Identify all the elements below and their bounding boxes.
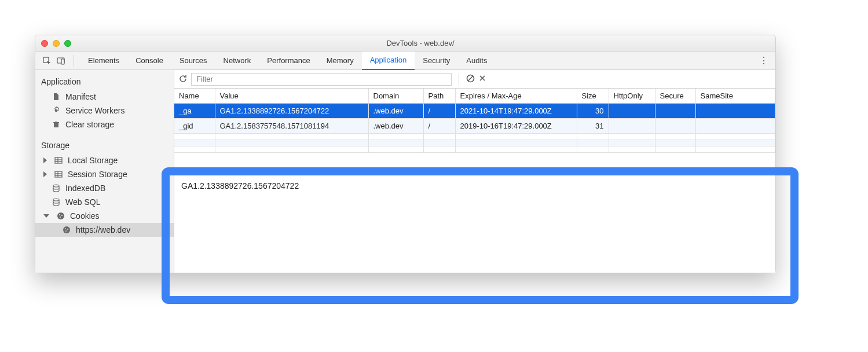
table-icon — [54, 170, 63, 179]
col-secure[interactable]: Secure — [655, 89, 695, 104]
toggle-device-icon[interactable] — [54, 54, 68, 68]
cell-expires: 2021-10-14T19:47:29.000Z — [455, 104, 577, 119]
svg-point-19 — [65, 228, 66, 229]
disclosure-icon — [43, 171, 47, 177]
refresh-icon[interactable] — [179, 74, 188, 85]
table-icon — [54, 156, 63, 165]
col-httponly[interactable]: HttpOnly — [609, 89, 655, 104]
minimize-window-button[interactable] — [53, 40, 60, 47]
col-value[interactable]: Value — [215, 89, 368, 104]
tab-audits[interactable]: Audits — [458, 52, 495, 70]
titlebar: DevTools - web.dev/ — [35, 35, 775, 52]
svg-point-21 — [65, 230, 67, 232]
traffic-lights — [41, 40, 71, 47]
tab-performance[interactable]: Performance — [259, 52, 318, 70]
sidebar-item-label: IndexedDB — [65, 184, 105, 193]
cell-httponly — [609, 119, 655, 134]
devtools-window: DevTools - web.dev/ Elements Console Sou… — [35, 35, 776, 273]
database-icon — [52, 197, 61, 207]
svg-point-13 — [53, 199, 59, 201]
tab-security[interactable]: Security — [415, 52, 458, 70]
tab-application[interactable]: Application — [362, 52, 415, 70]
table-row[interactable]: _ga GA1.2.1338892726.1567204722 .web.dev… — [174, 104, 775, 119]
sidebar-item-websql[interactable]: Web SQL — [35, 195, 174, 209]
tab-label: Network — [224, 56, 251, 65]
table-row[interactable] — [174, 140, 775, 146]
filter-wrap — [191, 73, 452, 86]
cell-size: 31 — [577, 119, 609, 134]
col-path[interactable]: Path — [423, 89, 455, 104]
cell-name: _gid — [174, 119, 215, 134]
sidebar-item-manifest[interactable]: Manifest — [35, 90, 174, 104]
cookies-table: Name Value Domain Path Expires / Max-Age… — [174, 89, 775, 175]
tab-label: Elements — [88, 56, 119, 65]
sidebar-item-service-workers[interactable]: Service Workers — [35, 104, 174, 118]
col-name[interactable]: Name — [174, 89, 215, 104]
tab-label: Memory — [327, 56, 354, 65]
preview-text: GA1.2.1338892726.1567204722 — [181, 181, 299, 190]
disclosure-icon — [43, 214, 49, 218]
clear-all-icon[interactable] — [466, 74, 475, 85]
col-size[interactable]: Size — [577, 89, 609, 104]
cell-domain: .web.dev — [368, 104, 423, 119]
cell-samesite — [695, 119, 775, 134]
cookies-toolbar — [174, 70, 775, 89]
cell-path: / — [423, 104, 455, 119]
main-panel: Name Value Domain Path Expires / Max-Age… — [174, 70, 775, 273]
tab-label: Sources — [180, 56, 207, 65]
svg-rect-4 — [55, 157, 62, 163]
devtools-tabbar: Elements Console Sources Network Perform… — [35, 52, 775, 70]
col-expires[interactable]: Expires / Max-Age — [455, 89, 577, 104]
table-row[interactable] — [174, 146, 775, 153]
sidebar-item-label: Session Storage — [68, 170, 127, 179]
sidebar-item-label: Clear storage — [65, 120, 114, 129]
svg-point-20 — [67, 229, 68, 230]
delete-selected-icon[interactable] — [478, 74, 486, 84]
sidebar-item-indexeddb[interactable]: IndexedDB — [35, 181, 174, 195]
tab-network[interactable]: Network — [215, 52, 259, 70]
svg-point-15 — [59, 214, 60, 215]
sidebar-item-label: Local Storage — [68, 156, 118, 165]
database-icon — [52, 184, 61, 193]
more-menu-icon[interactable]: ⋮ — [757, 55, 771, 66]
svg-point-17 — [60, 217, 61, 218]
sidebar-item-label: https://web.dev — [76, 225, 130, 234]
tab-sources[interactable]: Sources — [171, 52, 215, 70]
tab-console[interactable]: Console — [127, 52, 171, 70]
tab-elements[interactable]: Elements — [80, 52, 127, 70]
cell-domain: .web.dev — [368, 119, 423, 134]
svg-point-14 — [57, 212, 64, 219]
cookie-value-preview: GA1.2.1338892726.1567204722 — [174, 175, 775, 273]
cell-samesite — [695, 104, 775, 119]
col-domain[interactable]: Domain — [368, 89, 423, 104]
table-row[interactable]: _gid GA1.2.1583757548.1571081194 .web.de… — [174, 119, 775, 134]
cell-name: _ga — [174, 104, 215, 119]
col-samesite[interactable]: SameSite — [695, 89, 775, 104]
svg-point-16 — [61, 215, 63, 216]
table-row[interactable] — [174, 134, 775, 140]
file-icon — [52, 92, 61, 101]
sidebar-item-label: Manifest — [65, 92, 96, 101]
sidebar-item-cookie-origin[interactable]: https://web.dev — [35, 223, 174, 237]
filter-input[interactable] — [191, 73, 452, 86]
cell-secure — [655, 104, 695, 119]
sidebar-item-cookies[interactable]: Cookies — [35, 209, 174, 223]
cookie-icon — [56, 211, 65, 221]
inspect-element-icon[interactable] — [40, 54, 54, 68]
sidebar-item-local-storage[interactable]: Local Storage — [35, 153, 174, 167]
trash-icon — [52, 120, 61, 129]
close-window-button[interactable] — [41, 40, 48, 47]
sidebar-item-clear-storage[interactable]: Clear storage — [35, 118, 174, 131]
tab-label: Security — [423, 56, 450, 65]
zoom-window-button[interactable] — [64, 40, 71, 47]
sidebar-item-label: Web SQL — [65, 197, 100, 207]
application-sidebar: Application Manifest Service Workers Cle… — [35, 70, 174, 273]
tab-label: Console — [135, 56, 163, 65]
sidebar-item-session-storage[interactable]: Session Storage — [35, 167, 174, 181]
sidebar-item-label: Cookies — [70, 211, 100, 221]
tab-memory[interactable]: Memory — [318, 52, 362, 70]
cell-size: 30 — [577, 104, 609, 119]
svg-rect-2 — [61, 59, 64, 64]
disclosure-icon — [43, 157, 47, 163]
cell-value: GA1.2.1338892726.1567204722 — [215, 104, 368, 119]
